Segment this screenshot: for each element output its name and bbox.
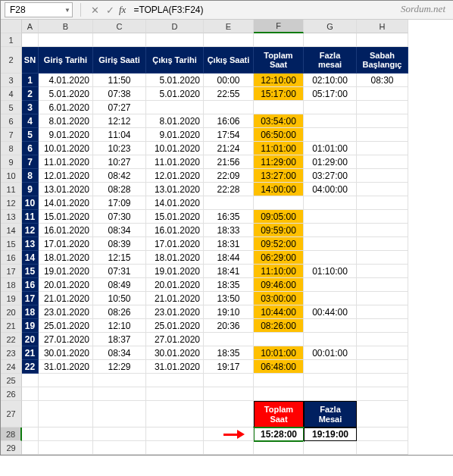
cell-empty[interactable] bbox=[93, 441, 146, 455]
cell-empty[interactable] bbox=[357, 401, 408, 427]
cell-empty[interactable] bbox=[357, 387, 408, 401]
row-header-15[interactable]: 15 bbox=[1, 237, 22, 251]
cell-empty[interactable] bbox=[22, 387, 39, 401]
sabah-baslangic[interactable]: 08:30 bbox=[357, 74, 408, 87]
sabah-baslangic[interactable] bbox=[357, 237, 408, 251]
cell-empty[interactable] bbox=[93, 33, 146, 47]
fazla-mesai[interactable] bbox=[304, 210, 357, 224]
giris-tarihi[interactable]: 25.01.2020 bbox=[39, 319, 93, 333]
cell-empty[interactable] bbox=[22, 441, 39, 455]
cell-empty[interactable] bbox=[357, 374, 408, 387]
toplam-saat[interactable] bbox=[254, 196, 304, 210]
cell-empty[interactable] bbox=[93, 427, 146, 441]
cikis-tarihi[interactable]: 16.01.2020 bbox=[146, 224, 204, 237]
arrow-cell[interactable] bbox=[204, 427, 254, 441]
cell-empty[interactable] bbox=[22, 427, 39, 441]
toplam-saat[interactable]: 09:46:00 bbox=[254, 278, 304, 292]
sabah-baslangic[interactable] bbox=[357, 278, 408, 292]
cell-empty[interactable] bbox=[304, 33, 357, 47]
giris-tarihi[interactable]: 12.01.2020 bbox=[39, 169, 93, 183]
cell-empty[interactable] bbox=[254, 441, 304, 455]
select-all-corner[interactable] bbox=[1, 20, 22, 33]
giris-tarihi[interactable]: 18.01.2020 bbox=[39, 251, 93, 265]
cell-empty[interactable] bbox=[204, 374, 254, 387]
fazla-mesai[interactable] bbox=[304, 319, 357, 333]
cikis-tarihi[interactable]: 13.01.2020 bbox=[146, 183, 204, 196]
cell-empty[interactable] bbox=[93, 401, 146, 427]
table-header-H[interactable]: Sabah Başlangıç bbox=[357, 47, 408, 74]
col-header-B[interactable]: B bbox=[39, 20, 93, 33]
table-header-E[interactable]: Çıkış Saati bbox=[204, 47, 254, 74]
col-header-G[interactable]: G bbox=[304, 20, 357, 33]
row-header-20[interactable]: 20 bbox=[1, 305, 22, 319]
table-header-D[interactable]: Çıkış Tarihi bbox=[146, 47, 204, 74]
col-header-C[interactable]: C bbox=[93, 20, 146, 33]
cikis-saati[interactable]: 16:35 bbox=[204, 210, 254, 224]
cell-empty[interactable] bbox=[146, 427, 204, 441]
cikis-tarihi[interactable]: 25.01.2020 bbox=[146, 319, 204, 333]
cell-empty[interactable] bbox=[304, 441, 357, 455]
giris-saati[interactable]: 08:39 bbox=[93, 237, 146, 251]
cell-empty[interactable] bbox=[39, 387, 93, 401]
cell-empty[interactable] bbox=[93, 387, 146, 401]
cikis-tarihi[interactable]: 20.01.2020 bbox=[146, 278, 204, 292]
sabah-baslangic[interactable] bbox=[357, 224, 408, 237]
fazla-mesai[interactable]: 01:10:00 bbox=[304, 265, 357, 278]
sn-cell[interactable]: 11 bbox=[22, 210, 39, 224]
row-header-23[interactable]: 23 bbox=[1, 346, 22, 360]
row-header-6[interactable]: 6 bbox=[1, 114, 22, 128]
fazla-mesai[interactable] bbox=[304, 292, 357, 305]
sn-cell[interactable]: 5 bbox=[22, 128, 39, 142]
col-header-D[interactable]: D bbox=[146, 20, 204, 33]
cell-empty[interactable] bbox=[93, 374, 146, 387]
fazla-mesai[interactable]: 01:29:00 bbox=[304, 155, 357, 169]
cikis-tarihi[interactable]: 18.01.2020 bbox=[146, 251, 204, 265]
cell-empty[interactable] bbox=[204, 387, 254, 401]
giris-tarihi[interactable]: 9.01.2020 bbox=[39, 128, 93, 142]
cikis-saati[interactable]: 16:06 bbox=[204, 114, 254, 128]
row-header-29[interactable]: 29 bbox=[1, 441, 22, 455]
cikis-saati[interactable] bbox=[204, 333, 254, 346]
giris-tarihi[interactable]: 8.01.2020 bbox=[39, 114, 93, 128]
row-header-21[interactable]: 21 bbox=[1, 319, 22, 333]
col-header-H[interactable]: H bbox=[357, 20, 408, 33]
cancel-icon[interactable]: ✕ bbox=[89, 5, 101, 16]
sum-value-fazla[interactable]: 19:19:00 bbox=[304, 427, 357, 441]
fazla-mesai[interactable]: 00:44:00 bbox=[304, 305, 357, 319]
toplam-saat[interactable]: 09:52:00 bbox=[254, 237, 304, 251]
toplam-saat[interactable]: 13:27:00 bbox=[254, 169, 304, 183]
cikis-tarihi[interactable]: 8.01.2020 bbox=[146, 114, 204, 128]
fazla-mesai[interactable] bbox=[304, 251, 357, 265]
fazla-mesai[interactable] bbox=[304, 360, 357, 374]
cikis-tarihi[interactable]: 27.01.2020 bbox=[146, 333, 204, 346]
cell-empty[interactable] bbox=[357, 427, 408, 441]
row-header-11[interactable]: 11 bbox=[1, 183, 22, 196]
fazla-mesai[interactable] bbox=[304, 224, 357, 237]
fazla-mesai[interactable] bbox=[304, 114, 357, 128]
sn-cell[interactable]: 22 bbox=[22, 360, 39, 374]
cell-empty[interactable] bbox=[39, 374, 93, 387]
row-header-7[interactable]: 7 bbox=[1, 128, 22, 142]
cell-empty[interactable] bbox=[146, 387, 204, 401]
cikis-saati[interactable]: 17:54 bbox=[204, 128, 254, 142]
fazla-mesai[interactable] bbox=[304, 333, 357, 346]
cell-empty[interactable] bbox=[39, 401, 93, 427]
cikis-tarihi[interactable]: 12.01.2020 bbox=[146, 169, 204, 183]
giris-tarihi[interactable]: 23.01.2020 bbox=[39, 305, 93, 319]
sn-cell[interactable]: 9 bbox=[22, 183, 39, 196]
cell-empty[interactable] bbox=[22, 374, 39, 387]
cell-empty[interactable] bbox=[146, 374, 204, 387]
row-header-13[interactable]: 13 bbox=[1, 210, 22, 224]
cikis-tarihi[interactable]: 21.01.2020 bbox=[146, 292, 204, 305]
giris-saati[interactable]: 12:29 bbox=[93, 360, 146, 374]
row-header-17[interactable]: 17 bbox=[1, 265, 22, 278]
sabah-baslangic[interactable] bbox=[357, 292, 408, 305]
cell-empty[interactable] bbox=[204, 441, 254, 455]
row-header-24[interactable]: 24 bbox=[1, 360, 22, 374]
giris-saati[interactable]: 11:04 bbox=[93, 128, 146, 142]
sum-value-toplam[interactable]: 15:28:00 bbox=[254, 427, 304, 441]
sabah-baslangic[interactable] bbox=[357, 346, 408, 360]
giris-saati[interactable]: 10:23 bbox=[93, 142, 146, 155]
cikis-saati[interactable]: 18:33 bbox=[204, 224, 254, 237]
cikis-tarihi[interactable]: 30.01.2020 bbox=[146, 346, 204, 360]
